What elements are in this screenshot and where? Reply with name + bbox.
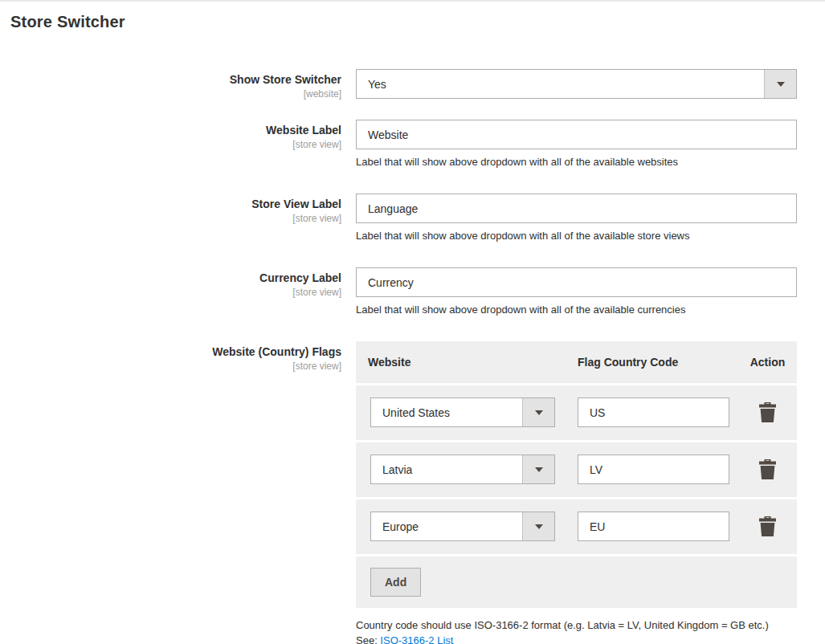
store-switcher-settings-page: { "page": { "title": "Store Switcher" },… bbox=[0, 0, 825, 644]
flags-note-see: See: bbox=[356, 634, 380, 644]
website-cell: United States bbox=[356, 397, 578, 427]
trash-icon bbox=[759, 459, 776, 479]
column-header-action: Action bbox=[738, 356, 797, 369]
field-input-col: Yes bbox=[356, 69, 797, 99]
flags-note: Country code should use ISO-3166-2 forma… bbox=[356, 618, 797, 644]
scope-hint: [store view] bbox=[0, 361, 341, 373]
field-row-website-country-flags: Website (Country) Flags [store view] Web… bbox=[0, 341, 825, 644]
currency-label-input[interactable] bbox=[356, 267, 797, 297]
scope-hint: [store view] bbox=[0, 287, 341, 299]
column-header-flag-country-code: Flag Country Code bbox=[578, 356, 738, 369]
page-title: Store Switcher bbox=[10, 13, 825, 31]
flags-table-col: Website Flag Country Code Action United … bbox=[356, 341, 797, 644]
add-row-button[interactable]: Add bbox=[370, 568, 421, 597]
delete-row-button[interactable] bbox=[759, 516, 776, 536]
flags-note-line2: See: ISO-3166-2 List bbox=[356, 633, 797, 644]
country-code-input[interactable] bbox=[578, 397, 729, 427]
field-input-col: Label that will show above dropdown with… bbox=[356, 120, 797, 169]
flags-note-line1: Country code should use ISO-3166-2 forma… bbox=[356, 618, 797, 633]
country-code-input[interactable] bbox=[578, 454, 729, 484]
select-value: Europe bbox=[382, 520, 419, 533]
chevron-down-icon bbox=[777, 82, 785, 87]
field-label: Website (Country) Flags bbox=[0, 345, 341, 359]
chevron-down-icon bbox=[535, 467, 543, 472]
flags-table-row: Europe bbox=[356, 499, 797, 554]
scope-hint: [store view] bbox=[0, 139, 341, 151]
website-select[interactable]: Europe bbox=[370, 512, 555, 541]
column-header-website: Website bbox=[356, 356, 578, 369]
action-cell bbox=[738, 516, 797, 536]
chevron-down-icon bbox=[535, 524, 543, 529]
field-note: Label that will show above dropdown with… bbox=[356, 156, 797, 169]
field-label: Website Label bbox=[0, 124, 341, 137]
website-select[interactable]: Latvia bbox=[370, 454, 555, 484]
flags-table-row: United States bbox=[356, 385, 797, 440]
field-label: Currency Label bbox=[0, 271, 341, 285]
action-cell bbox=[738, 459, 797, 479]
field-note: Label that will show above dropdown with… bbox=[356, 230, 797, 243]
website-flags-table: Website Flag Country Code Action United … bbox=[356, 341, 797, 608]
show-store-switcher-select[interactable]: Yes bbox=[356, 69, 797, 99]
field-row-website-label: Website Label [store view] Label that wi… bbox=[0, 120, 825, 169]
field-label-col: Currency Label [store view] bbox=[0, 267, 341, 299]
flags-table-add-row: Add bbox=[356, 556, 797, 608]
country-code-input[interactable] bbox=[578, 512, 729, 541]
scope-hint: [store view] bbox=[0, 213, 341, 225]
select-value: Yes bbox=[368, 78, 386, 91]
delete-row-button[interactable] bbox=[759, 402, 776, 422]
field-row-show-store-switcher: Show Store Switcher [website] Yes bbox=[0, 69, 825, 100]
country-code-cell bbox=[578, 397, 738, 427]
chevron-down-icon bbox=[535, 410, 543, 415]
field-note: Label that will show above dropdown with… bbox=[356, 304, 797, 316]
flags-table-row: Latvia bbox=[356, 442, 797, 497]
field-input-col: Label that will show above dropdown with… bbox=[356, 194, 797, 243]
field-label-col: Store View Label [store view] bbox=[0, 194, 341, 225]
field-label: Store View Label bbox=[0, 198, 341, 211]
trash-icon bbox=[759, 402, 776, 422]
store-view-label-input[interactable] bbox=[356, 194, 797, 223]
website-cell: Europe bbox=[356, 512, 578, 541]
action-cell bbox=[738, 402, 797, 422]
country-code-cell bbox=[578, 454, 738, 484]
field-label-col: Website Label [store view] bbox=[0, 120, 341, 151]
select-arrow-button[interactable] bbox=[522, 398, 554, 426]
select-value: Latvia bbox=[382, 463, 412, 476]
select-arrow-button[interactable] bbox=[522, 512, 554, 540]
field-row-store-view-label: Store View Label [store view] Label that… bbox=[0, 194, 825, 243]
field-row-currency-label: Currency Label [store view] Label that w… bbox=[0, 267, 825, 316]
field-label: Show Store Switcher bbox=[0, 73, 341, 87]
country-code-cell bbox=[578, 512, 738, 541]
store-switcher-form: Show Store Switcher [website] Yes Websit… bbox=[0, 69, 825, 644]
trash-icon bbox=[759, 516, 776, 536]
field-input-col: Label that will show above dropdown with… bbox=[356, 267, 797, 316]
field-label-col: Show Store Switcher [website] bbox=[0, 69, 341, 100]
select-arrow-button[interactable] bbox=[764, 70, 796, 98]
website-label-input[interactable] bbox=[356, 120, 797, 149]
delete-row-button[interactable] bbox=[759, 459, 776, 479]
iso-3166-2-list-link[interactable]: ISO-3166-2 List bbox=[380, 634, 453, 644]
scope-hint: [website] bbox=[0, 88, 341, 100]
select-arrow-button[interactable] bbox=[522, 455, 554, 483]
website-cell: Latvia bbox=[356, 454, 578, 484]
flags-table-header: Website Flag Country Code Action bbox=[356, 341, 797, 383]
field-label-col: Website (Country) Flags [store view] bbox=[0, 341, 341, 373]
website-select[interactable]: United States bbox=[370, 397, 555, 427]
select-value: United States bbox=[382, 406, 450, 419]
